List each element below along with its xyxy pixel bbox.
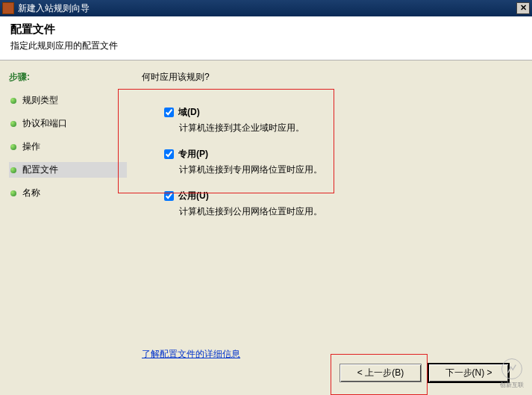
- footer: < 上一步(B) 下一步(N) >: [0, 354, 532, 391]
- watermark: 创新互联: [495, 356, 529, 391]
- public-checkbox-label[interactable]: 公用(U): [164, 190, 523, 202]
- back-button[interactable]: < 上一步(B): [339, 364, 422, 382]
- content-pane: 何时应用该规则? 域(D) 计算机连接到其企业域时应用。 专用(P) 计算机连接…: [127, 60, 532, 374]
- profile-option-public: 公用(U) 计算机连接到公用网络位置时应用。: [142, 190, 523, 218]
- step-name[interactable]: 名称: [9, 185, 127, 201]
- titlebar: 新建入站规则向导 ✕: [0, 0, 532, 16]
- private-checkbox[interactable]: [164, 149, 174, 159]
- page-subtitle: 指定此规则应用的配置文件: [10, 40, 522, 52]
- option-label: 公用(U): [178, 190, 209, 202]
- private-checkbox-label[interactable]: 专用(P): [164, 148, 523, 161]
- public-checkbox[interactable]: [164, 191, 174, 201]
- option-desc: 计算机连接到公用网络位置时应用。: [164, 205, 523, 218]
- step-label: 名称: [22, 187, 40, 199]
- option-label: 域(D): [178, 106, 200, 119]
- bullet-icon: [10, 121, 16, 127]
- steps-heading: 步骤:: [9, 71, 127, 84]
- annotation-highlight-profiles: [118, 89, 334, 193]
- page-title: 配置文件: [10, 22, 522, 37]
- step-rule-type[interactable]: 规则类型: [9, 93, 127, 108]
- bullet-icon: [10, 167, 16, 173]
- profile-option-private: 专用(P) 计算机连接到专用网络位置时应用。: [142, 148, 523, 176]
- option-desc: 计算机连接到其企业域时应用。: [164, 122, 523, 134]
- step-protocol-port[interactable]: 协议和端口: [9, 116, 127, 131]
- close-button[interactable]: ✕: [516, 2, 530, 14]
- content-prompt: 何时应用该规则?: [142, 71, 523, 84]
- app-icon: [2, 2, 14, 14]
- step-label: 规则类型: [22, 94, 58, 107]
- option-desc: 计算机连接到专用网络位置时应用。: [164, 164, 523, 176]
- option-label: 专用(P): [178, 148, 208, 161]
- profile-option-domain: 域(D) 计算机连接到其企业域时应用。: [142, 106, 523, 134]
- sidebar: 步骤: 规则类型 协议和端口 操作 配置文件 名称: [0, 60, 127, 374]
- watermark-icon: [501, 358, 522, 379]
- bullet-icon: [10, 98, 16, 104]
- step-label: 协议和端口: [22, 117, 67, 130]
- domain-checkbox[interactable]: [164, 108, 174, 117]
- step-label: 配置文件: [22, 164, 58, 176]
- watermark-text: 创新互联: [500, 381, 524, 389]
- bullet-icon: [10, 190, 16, 196]
- banner: 配置文件 指定此规则应用的配置文件: [0, 16, 532, 60]
- step-profile[interactable]: 配置文件: [9, 162, 127, 178]
- domain-checkbox-label[interactable]: 域(D): [164, 106, 523, 119]
- step-label: 操作: [22, 140, 40, 153]
- window-title: 新建入站规则向导: [18, 2, 516, 15]
- bullet-icon: [10, 144, 16, 150]
- step-action[interactable]: 操作: [9, 139, 127, 155]
